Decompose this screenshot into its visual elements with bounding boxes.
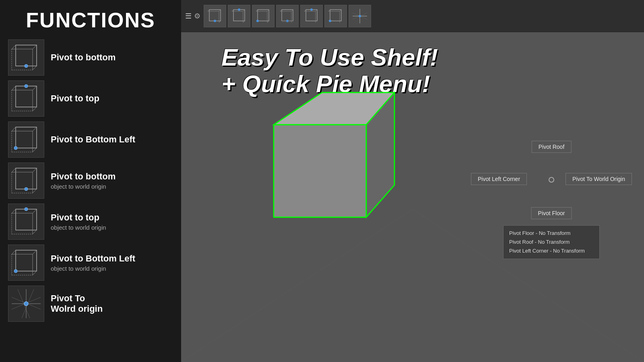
function-text-1: Pivot to bottom	[51, 52, 116, 63]
svg-line-3	[33, 66, 37, 70]
pivot-roof-button[interactable]: Pivot Roof	[532, 141, 572, 153]
svg-point-94	[310, 8, 313, 11]
thumb-svg-2	[10, 82, 43, 115]
shelf-btn-5[interactable]	[300, 5, 323, 27]
function-name-2: Pivot to top	[51, 93, 99, 104]
no-transform-item-3: Pivot Left Corner - No Transform	[509, 247, 594, 255]
function-name-6: Pivot to Bottom Left	[51, 253, 135, 264]
svg-line-46	[12, 250, 16, 254]
function-sub-5: object to world origin	[51, 224, 106, 231]
svg-line-38	[33, 209, 37, 213]
settings-icon[interactable]: ⚙	[194, 12, 200, 21]
thumbnail-pivot-bottom	[8, 39, 44, 76]
pivot-floor-button[interactable]: Pivot Floor	[531, 207, 572, 219]
shelf-buttons	[204, 5, 371, 27]
list-item: Pivot To Wolrd origin	[8, 284, 173, 323]
function-text-6: Pivot to Bottom Left object to world ori…	[51, 253, 135, 272]
svg-point-53	[14, 269, 17, 273]
function-name-7b: Wolrd origin	[51, 304, 103, 314]
list-item: Pivot to bottom	[8, 38, 173, 77]
function-text-7: Pivot To Wolrd origin	[51, 293, 103, 315]
list-item: Pivot to Bottom Left	[8, 120, 173, 159]
thumb-svg-3	[10, 123, 43, 156]
svg-point-60	[24, 302, 28, 306]
svg-point-74	[238, 8, 240, 11]
svg-point-26	[14, 146, 17, 150]
shelf-btn-6[interactable]	[324, 5, 347, 27]
thumb-svg-7	[10, 287, 43, 320]
thumb-svg-5	[10, 205, 43, 238]
thumbnail-pivot-world	[8, 286, 44, 322]
function-name-3: Pivot to Bottom Left	[51, 134, 135, 145]
pie-menu: Pivot Roof Pivot Left Corner Pivot To Wo…	[471, 141, 632, 269]
no-transform-panel: Pivot Floor - No Transform Pivot Roof - …	[503, 225, 600, 259]
thumb-svg-4	[10, 164, 43, 197]
function-text-3: Pivot to Bottom Left	[51, 134, 135, 145]
list-item: Pivot to Bottom Left object to world ori…	[8, 243, 173, 282]
right-panel: ☰ ⚙	[181, 0, 644, 362]
left-panel: FUNCTIONS Pivot to bottom	[0, 0, 181, 362]
svg-line-20	[33, 127, 37, 131]
thumb-svg-1	[10, 41, 43, 74]
svg-line-10	[12, 86, 16, 90]
cube-3d	[242, 68, 411, 237]
thumbnail-pivot-top	[8, 80, 44, 117]
svg-line-1	[12, 45, 16, 49]
shelf-btn-4[interactable]	[276, 5, 299, 27]
function-text-4: Pivot to bottom object to world origin	[51, 171, 116, 189]
svg-line-21	[33, 148, 37, 152]
shelf-btn-3[interactable]	[252, 5, 275, 27]
shelf-btn-2[interactable]	[228, 5, 250, 27]
function-list: Pivot to bottom Pivot to top	[8, 38, 173, 323]
pivot-left-corner-button[interactable]: Pivot Left Corner	[471, 173, 527, 185]
thumbnail-pivot-bottom-origin	[8, 162, 44, 199]
shelf-btn-7[interactable]	[349, 5, 371, 27]
no-transform-item-2: Pivot Roof - No Transform	[509, 238, 594, 247]
function-name-7: Pivot To	[51, 293, 103, 304]
svg-point-8	[25, 64, 28, 68]
hero-line1: Easy To Use Shelf!	[221, 44, 438, 71]
thumbnail-pivot-bottomleft-origin	[8, 245, 44, 281]
function-name-1: Pivot to bottom	[51, 52, 116, 63]
svg-line-12	[33, 107, 37, 111]
svg-line-39	[33, 230, 37, 234]
pie-center-indicator	[549, 177, 554, 183]
list-item: Pivot to top object to world origin	[8, 202, 173, 241]
svg-point-81	[256, 20, 259, 22]
viewport: Easy To Use Shelf! + Quick Pie Menu!	[181, 32, 644, 362]
svg-point-35	[25, 187, 28, 191]
svg-point-17	[25, 84, 28, 88]
svg-point-100	[329, 20, 331, 22]
function-name-4: Pivot to bottom	[51, 171, 116, 182]
cube-svg	[242, 68, 411, 237]
function-name-5: Pivot to top	[51, 212, 106, 223]
svg-point-44	[25, 208, 28, 211]
svg-line-19	[12, 127, 16, 131]
svg-line-37	[12, 209, 16, 213]
svg-line-47	[33, 250, 37, 254]
no-transform-item-1: Pivot Floor - No Transform	[509, 229, 594, 238]
function-text-2: Pivot to top	[51, 93, 99, 104]
list-item: Pivot to bottom object to world origin	[8, 161, 173, 200]
svg-point-67	[214, 20, 216, 22]
svg-line-30	[33, 189, 37, 193]
svg-line-2	[33, 45, 37, 49]
menu-icon[interactable]: ☰	[185, 12, 192, 21]
function-sub-6: object to world origin	[51, 265, 135, 272]
svg-line-11	[33, 86, 37, 90]
toolbar: ☰ ⚙	[181, 0, 644, 32]
svg-marker-109	[274, 125, 366, 217]
svg-point-105	[359, 15, 361, 17]
function-text-5: Pivot to top object to world origin	[51, 212, 106, 230]
svg-line-48	[33, 271, 37, 275]
function-sub-4: object to world origin	[51, 183, 116, 190]
svg-line-29	[33, 168, 37, 172]
thumbnail-pivot-top-origin	[8, 204, 44, 240]
list-item: Pivot to top	[8, 79, 173, 118]
svg-line-28	[12, 168, 16, 172]
functions-heading: FUNCTIONS	[8, 8, 173, 32]
pivot-world-origin-button[interactable]: Pivot To World Origin	[566, 173, 632, 185]
shelf-btn-1[interactable]	[204, 5, 226, 27]
thumb-svg-6	[10, 246, 43, 279]
thumbnail-pivot-bottomleft	[8, 121, 44, 158]
